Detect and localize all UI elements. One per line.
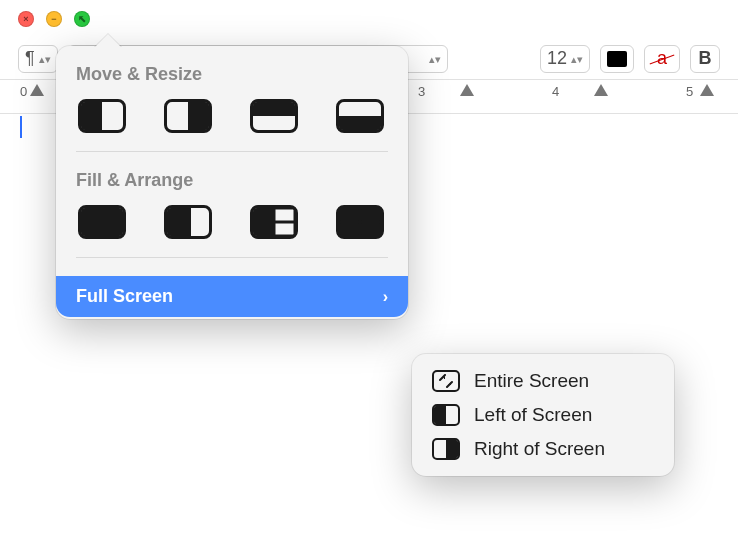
chevron-updown-icon: ▴▾ — [571, 55, 583, 63]
submenu-label: Entire Screen — [474, 370, 589, 392]
arrange-quarters-button[interactable] — [336, 205, 384, 239]
submenu-label: Left of Screen — [474, 404, 592, 426]
highlight-color-button[interactable]: a — [644, 45, 680, 73]
text-cursor — [20, 116, 22, 138]
left-of-screen-icon — [432, 404, 460, 426]
tile-right-half-button[interactable] — [164, 99, 212, 133]
ruler-mark: 5 — [686, 84, 693, 99]
submenu-label: Right of Screen — [474, 438, 605, 460]
paragraph-styles-button[interactable]: ¶ ▴▾ — [18, 45, 58, 73]
font-size-value: 12 — [547, 48, 567, 69]
ruler-mark: 4 — [552, 84, 559, 99]
section-title-fill-arrange: Fill & Arrange — [76, 170, 388, 191]
right-of-screen-icon — [432, 438, 460, 460]
window-tile-panel: Move & Resize Fill & Arrange Full Screen… — [56, 46, 408, 319]
submenu-item-entire-screen[interactable]: Entire Screen — [428, 364, 658, 398]
text-color-button[interactable] — [600, 45, 634, 73]
full-screen-menu-item[interactable]: Full Screen › — [56, 276, 408, 317]
fill-screen-button[interactable] — [78, 205, 126, 239]
arrange-left-button[interactable] — [164, 205, 212, 239]
chevron-updown-icon: ▴▾ — [429, 55, 441, 63]
indent-marker-icon[interactable] — [30, 84, 44, 96]
chevron-right-icon: › — [383, 288, 388, 306]
submenu-item-left-of-screen[interactable]: Left of Screen — [428, 398, 658, 432]
chevron-updown-icon: ▴▾ — [39, 55, 51, 63]
section-title-move-resize: Move & Resize — [76, 64, 388, 85]
strikethrough-a-icon: a — [651, 48, 673, 69]
color-swatch-icon — [607, 51, 627, 67]
separator — [76, 151, 388, 152]
ruler-mark: 0 — [20, 84, 27, 99]
full-screen-label: Full Screen — [76, 286, 173, 307]
window-titlebar: × − — [0, 0, 738, 38]
tab-stop-icon[interactable] — [700, 84, 714, 96]
tile-bottom-half-button[interactable] — [336, 99, 384, 133]
full-screen-submenu: Entire Screen Left of Screen Right of Sc… — [412, 354, 674, 476]
font-size-select[interactable]: 12 ▴▾ — [540, 45, 590, 73]
tile-left-half-button[interactable] — [78, 99, 126, 133]
tile-top-half-button[interactable] — [250, 99, 298, 133]
separator — [76, 257, 388, 258]
tab-stop-icon[interactable] — [594, 84, 608, 96]
arrange-left-quarters-button[interactable] — [250, 205, 298, 239]
traffic-close-button[interactable]: × — [18, 11, 34, 27]
ruler-mark: 3 — [418, 84, 425, 99]
submenu-item-right-of-screen[interactable]: Right of Screen — [428, 432, 658, 466]
bold-button[interactable]: B — [690, 45, 720, 73]
traffic-minimize-button[interactable]: − — [46, 11, 62, 27]
traffic-zoom-button[interactable] — [74, 11, 90, 27]
popover-caret — [94, 34, 122, 48]
tab-stop-icon[interactable] — [460, 84, 474, 96]
entire-screen-icon — [432, 370, 460, 392]
